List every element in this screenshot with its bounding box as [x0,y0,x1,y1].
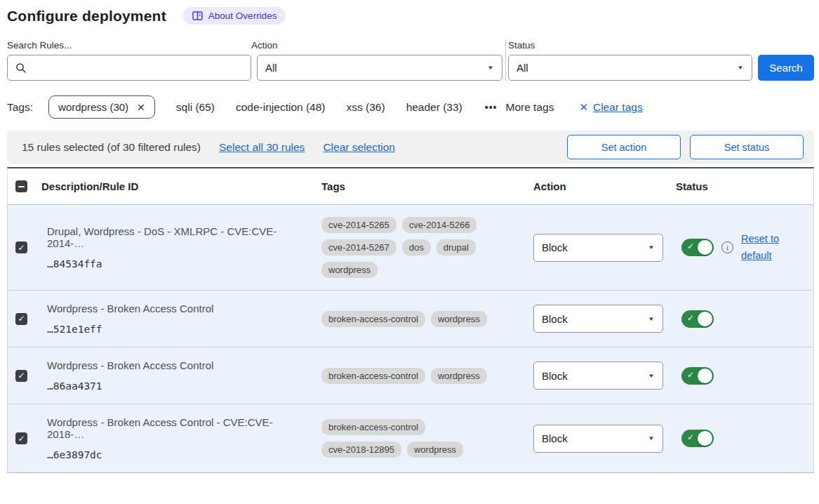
action-filter-group: Action All ▼ [251,40,502,81]
column-header-description: Description/Rule ID [41,180,321,192]
tag-option-code-injection[interactable]: code-injection (48) [236,101,326,114]
rule-description: Wordpress - Broken Access Control - CVE:… [47,416,309,440]
action-filter-select[interactable]: All ▼ [257,55,502,81]
action-select[interactable]: Block ▼ [533,362,663,390]
about-overrides-badge[interactable]: About Overrides [183,7,286,25]
table-header-row: Description/Rule ID Tags Action Status [8,168,813,205]
action-filter-label: Action [251,40,502,51]
set-status-button[interactable]: Set status [690,135,804,159]
tag-pill: cve-2014-5265 [321,217,397,233]
filter-bar: Search Rules... Action All ▼ Status [7,40,814,81]
status-filter-label: Status [508,40,752,51]
row-checkbox[interactable]: ✓ [15,370,27,382]
rule-description: Drupal, Wordpress - DoS - XMLRPC - CVE:C… [47,225,309,249]
close-icon[interactable]: ✕ [137,102,145,113]
row-checkbox[interactable]: ✓ [15,432,27,444]
rule-id: …521e1eff [47,324,309,335]
rule-tags-cell: broken-access-control wordpress [321,368,502,384]
search-rules-label: Search Rules... [7,40,251,51]
select-all-link[interactable]: Select all 30 rules [219,141,305,154]
select-all-checkbox[interactable] [15,180,27,192]
tag-pill: wordpress [321,262,378,278]
column-header-tags: Tags [321,180,533,192]
tag-pill: wordpress [431,368,487,384]
book-icon [192,11,203,20]
search-rules-field[interactable] [7,55,251,81]
clear-tags-label: Clear tags [593,101,643,114]
action-filter-value: All [265,62,277,74]
column-header-action: Action [533,180,676,192]
about-overrides-label: About Overrides [208,11,277,21]
check-icon: ✓ [18,244,25,252]
rule-description-cell: Wordpress - Broken Access Control - CVE:… [41,416,321,460]
search-button[interactable]: Search [758,55,814,81]
chevron-down-icon: ▼ [648,316,655,322]
tag-chip-wordpress[interactable]: wordpress (30) ✕ [48,95,155,119]
column-header-status: Status [676,180,813,192]
tag-pill: cve-2014-5266 [402,217,477,233]
tag-pill: cve-2014-5267 [321,239,397,256]
rule-status-cell: ✓ [676,367,813,385]
tag-pill: broken-access-control [321,311,425,327]
page-title: Configure deployment [7,8,166,25]
chevron-down-icon: ▼ [648,435,655,442]
check-icon: ✓ [18,314,25,323]
tag-pill: cve-2018-12895 [321,442,401,458]
status-toggle[interactable]: ✓ [681,239,714,256]
indeterminate-dash-icon [18,186,25,187]
filter-divider [505,40,506,81]
status-filter-group: Status All ▼ [508,40,752,81]
selection-bar: 15 rules selected (of 30 filtered rules)… [7,131,814,164]
rule-description-cell: Wordpress - Broken Access Control …521e1… [41,303,321,335]
status-filter-select[interactable]: All ▼ [508,55,752,81]
page-header: Configure deployment About Overrides [7,7,814,25]
toggle-knob [698,240,712,255]
configure-deployment-page: Configure deployment About Overrides Sea… [0,0,819,473]
clear-tags-link[interactable]: ✕ Clear tags [579,101,642,114]
status-filter-value: All [517,62,528,74]
ellipsis-icon: ••• [485,102,498,113]
check-icon: ✓ [687,241,694,251]
tag-pill: drupal [437,239,476,256]
action-select[interactable]: Block ▼ [533,234,663,262]
tag-pill: broken-access-control [321,368,425,384]
action-select[interactable]: Block ▼ [533,425,663,453]
chevron-down-icon: ▼ [737,65,744,71]
selection-summary: 15 rules selected (of 30 filtered rules) [22,141,201,154]
tag-option-header[interactable]: header (33) [406,101,462,114]
row-checkbox[interactable]: ✓ [15,313,27,325]
rule-description: Wordpress - Broken Access Control [47,359,309,371]
status-toggle[interactable]: ✓ [681,367,714,385]
rule-tags-cell: broken-access-control cve-2018-12895 wor… [321,419,502,458]
search-rules-input[interactable] [32,62,243,74]
clear-selection-link[interactable]: Clear selection [323,141,395,154]
tag-option-sqli[interactable]: sqli (65) [176,101,215,114]
status-toggle[interactable]: ✓ [681,310,714,328]
tags-label: Tags: [7,101,33,114]
info-icon[interactable]: i [721,241,733,253]
row-checkbox[interactable]: ✓ [15,241,27,253]
chevron-down-icon: ▼ [648,373,655,379]
more-tags-button[interactable]: ••• More tags [485,101,554,114]
check-icon: ✓ [687,432,694,442]
rule-status-cell: ✓ i Reset to default [676,231,813,265]
action-select[interactable]: Block ▼ [533,305,663,333]
tag-option-xss[interactable]: xss (36) [347,101,385,114]
status-toggle[interactable]: ✓ [681,430,714,447]
table-row: ✓ Drupal, Wordpress - DoS - XMLRPC - CVE… [8,205,813,291]
rule-description-cell: Wordpress - Broken Access Control …86aa4… [41,359,321,392]
chevron-down-icon: ▼ [487,65,494,71]
set-action-button[interactable]: Set action [567,135,681,159]
rule-id: …84534ffa [47,258,309,270]
reset-to-default-link[interactable]: Reset to default [741,231,783,265]
rule-tags-cell: broken-access-control wordpress [321,311,502,327]
chevron-down-icon: ▼ [648,244,655,251]
table-row: ✓ Wordpress - Broken Access Control - CV… [8,404,813,472]
rules-table: Description/Rule ID Tags Action Status ✓… [7,167,814,473]
tag-pill: broken-access-control [321,419,425,435]
action-value: Block [542,432,568,444]
rule-status-cell: ✓ [676,310,813,328]
close-icon: ✕ [579,101,588,114]
action-value: Block [542,241,568,253]
rule-id: …6e3897dc [47,449,309,460]
